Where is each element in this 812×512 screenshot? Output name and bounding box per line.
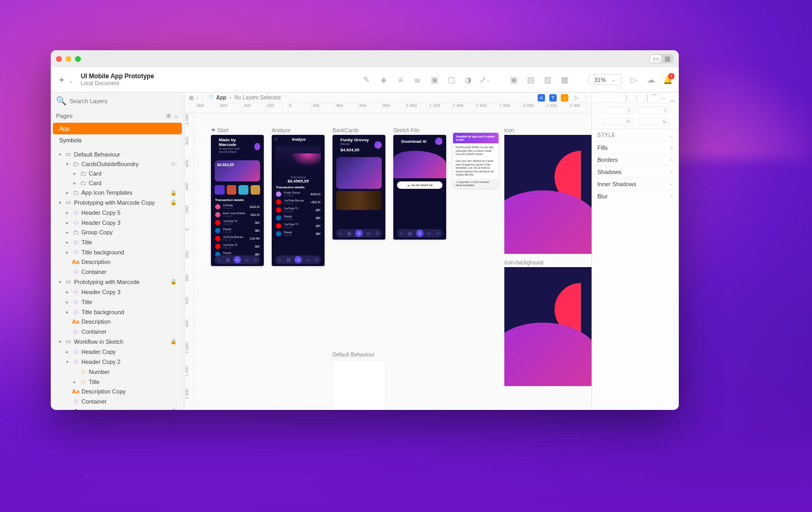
artboard-default-behaviour-label[interactable]: Default Behaviour bbox=[333, 352, 375, 358]
add-inner-shadow-icon[interactable]: + bbox=[670, 181, 673, 187]
group-tool-icon[interactable]: ▣ bbox=[430, 75, 439, 85]
artboard-start[interactable]: ⚑Start Made by MarcodeAn app from Team S… bbox=[211, 127, 264, 266]
layer-row[interactable]: ▸◇Title background bbox=[51, 307, 184, 317]
window-zoom[interactable] bbox=[75, 56, 81, 62]
lock-icon[interactable]: 🔒 bbox=[170, 339, 180, 344]
layer-row[interactable]: ▾▭Prototyping with Marcode🔒 bbox=[51, 277, 184, 287]
window-close[interactable] bbox=[56, 56, 62, 62]
lock-icon[interactable]: 🔒 bbox=[170, 199, 180, 205]
lock-icon[interactable]: 🔒 bbox=[170, 408, 180, 410]
cloud-icon[interactable]: ☁ bbox=[646, 75, 656, 85]
crumb-menu-icon[interactable]: ⋯ bbox=[582, 95, 587, 100]
add-page-icon[interactable]: ⊕ bbox=[166, 112, 171, 120]
layer-row[interactable]: ▾▭Prototyping with Marcode Copy🔒 bbox=[51, 197, 184, 207]
layer-row[interactable]: ◇Container bbox=[51, 326, 184, 336]
overlay-badge-a[interactable]: A bbox=[538, 94, 545, 102]
window-minimize[interactable] bbox=[66, 56, 71, 62]
add-shadow-icon[interactable]: + bbox=[670, 169, 673, 175]
page-app[interactable]: App bbox=[53, 123, 182, 134]
align-bottom-icon[interactable]: ▁ bbox=[670, 94, 675, 102]
scale-tool-icon[interactable]: ⤢ ⌄ bbox=[481, 75, 490, 85]
layer-row[interactable]: ▸🗀App Icon Templates🔒 bbox=[51, 188, 184, 197]
layer-row[interactable]: ▸◇Header Copy 3 bbox=[51, 287, 184, 297]
add-fill-icon[interactable]: + bbox=[670, 144, 673, 151]
bool-difference-icon[interactable]: ▦ bbox=[560, 75, 569, 85]
bool-union-icon[interactable]: ▣ bbox=[509, 75, 519, 85]
back-icon[interactable]: ‹ bbox=[197, 95, 198, 100]
align-center-icon[interactable]: ╎ bbox=[635, 94, 639, 102]
preview-icon[interactable]: ▷ bbox=[629, 75, 639, 85]
canvas[interactable]: ⚑Start Made by MarcodeAn app from Team S… bbox=[184, 113, 592, 410]
align-left-icon[interactable]: ▏ bbox=[626, 94, 631, 102]
layer-row[interactable]: ◇Number bbox=[51, 367, 184, 377]
prototype-play-icon[interactable]: ▷ bbox=[575, 95, 579, 100]
vector-tool-icon[interactable]: ✎ bbox=[362, 75, 372, 85]
layer-row[interactable]: ▸🗀Group Copy bbox=[51, 227, 184, 237]
layer-row[interactable]: AaDescription bbox=[51, 317, 184, 326]
layer-row[interactable]: ▸◇Title background bbox=[51, 247, 184, 257]
search-input[interactable] bbox=[70, 98, 179, 104]
lock-icon[interactable]: 🔒 bbox=[170, 279, 180, 285]
layer-row[interactable]: AaDescription bbox=[51, 257, 184, 267]
layer-row[interactable]: ▸◇Header Copy 3 bbox=[51, 217, 184, 227]
y-field[interactable]: Y bbox=[638, 106, 669, 114]
x-field[interactable]: X bbox=[602, 106, 633, 114]
add-blur-icon[interactable]: + bbox=[670, 193, 673, 199]
visibility-icon[interactable]: 👁 bbox=[171, 161, 180, 167]
layer-row[interactable]: ▾▭Default Behaviour bbox=[51, 149, 184, 159]
lock-icon[interactable]: 🔒 bbox=[170, 190, 180, 196]
bool-intersect-icon[interactable]: ▥ bbox=[543, 75, 552, 85]
layer-row[interactable]: ◇Container bbox=[51, 267, 184, 277]
layer-row[interactable]: ▸◇Title bbox=[51, 377, 184, 387]
layer-row[interactable]: ◇Container bbox=[51, 396, 184, 406]
align-mid-icon[interactable]: ─ bbox=[661, 94, 666, 102]
note-card[interactable]: Template for app icon & splash screen No… bbox=[453, 133, 499, 188]
symbol-tool-icon[interactable]: ◈ bbox=[379, 75, 389, 85]
layer-row[interactable]: ▾🗀CardsOutsideBoundry👁 bbox=[51, 159, 184, 169]
pages-menu-icon[interactable]: ⌄ bbox=[173, 112, 179, 120]
page-symbols[interactable]: Symbols bbox=[51, 134, 184, 146]
grid-icon[interactable]: ▦ bbox=[189, 95, 193, 100]
overlay-badge-t[interactable]: T bbox=[549, 94, 557, 102]
layer-row[interactable]: ▸🗀Card bbox=[51, 178, 184, 188]
canvas-area[interactable]: ▦ ‹ › 📄 App › No Layers Selected A T ↓ ▷… bbox=[184, 93, 592, 410]
search-layers[interactable]: 🔍 bbox=[51, 93, 184, 109]
mask-tool-icon[interactable]: ◑ bbox=[464, 75, 473, 85]
style-menu-icon[interactable]: ⌄ bbox=[669, 132, 674, 138]
bool-subtract-icon[interactable]: ▤ bbox=[526, 75, 536, 85]
align-tool-icon[interactable]: ≡ bbox=[396, 75, 405, 85]
layer-row[interactable]: ▸◇Header Copy bbox=[51, 346, 184, 356]
artboard-icon[interactable]: icon bbox=[504, 127, 592, 254]
zoom-select[interactable]: 31%⌄ bbox=[588, 74, 622, 85]
layer-row[interactable]: ▾▭Workflow in Sketch🔒 bbox=[51, 336, 184, 346]
align-top-icon[interactable]: ▔ bbox=[652, 94, 657, 102]
insert-button[interactable]: ＋ ⌄ bbox=[57, 74, 73, 86]
artboard-default-behaviour[interactable] bbox=[333, 360, 385, 410]
search-icon: 🔍 bbox=[56, 96, 67, 106]
layer-row[interactable]: ▸◇Header Copy 5 bbox=[51, 207, 184, 217]
sidebar-toggle[interactable]: ▭ ▦ bbox=[649, 54, 673, 63]
artboard-bankcards[interactable]: BankCards Funky GroovyBalance$4.924,35 ⌂… bbox=[333, 127, 385, 240]
layer-row[interactable]: ▸🗀Card bbox=[51, 169, 184, 178]
layer-row[interactable]: AaDescription Copy bbox=[51, 387, 184, 396]
distribute-tool-icon[interactable]: ≣ bbox=[413, 75, 422, 85]
artboard-icon-background[interactable]: icon-background bbox=[504, 260, 592, 386]
layer-row[interactable]: ▾▭Get started🔒 bbox=[51, 406, 184, 410]
tab-user-icon: ☺ bbox=[253, 257, 259, 262]
layer-row[interactable]: ▸◇Title bbox=[51, 297, 184, 307]
panel-left-icon: ▭ bbox=[650, 55, 661, 62]
layer-row[interactable]: ▾◇Header Copy 2 bbox=[51, 356, 184, 367]
overlay-badge-d[interactable]: ↓ bbox=[561, 94, 568, 102]
rotation-field[interactable]: ⟳ bbox=[602, 118, 633, 125]
notifications-icon[interactable]: 🔔1 bbox=[663, 75, 672, 85]
align-right-icon[interactable]: ▕ bbox=[643, 94, 648, 102]
artboard-sketch-file[interactable]: Sketch File Download it! ☁Get the Sketch… bbox=[393, 127, 446, 240]
layer-row[interactable]: ▸◇Title bbox=[51, 237, 184, 247]
artboard-analyze[interactable]: Analyze ‹Analyze Total balance $3.4565,3… bbox=[272, 127, 325, 266]
ungroup-tool-icon[interactable]: ▢ bbox=[447, 75, 456, 85]
add-border-icon[interactable]: + bbox=[670, 157, 673, 163]
fwd-icon[interactable]: › bbox=[201, 95, 203, 100]
crumb-page[interactable]: App bbox=[216, 95, 226, 100]
layers-panel[interactable]: ▾▭Default Behaviour▾🗀CardsOutsideBoundry… bbox=[51, 146, 184, 410]
flip-field[interactable]: ⇋ bbox=[638, 118, 669, 125]
